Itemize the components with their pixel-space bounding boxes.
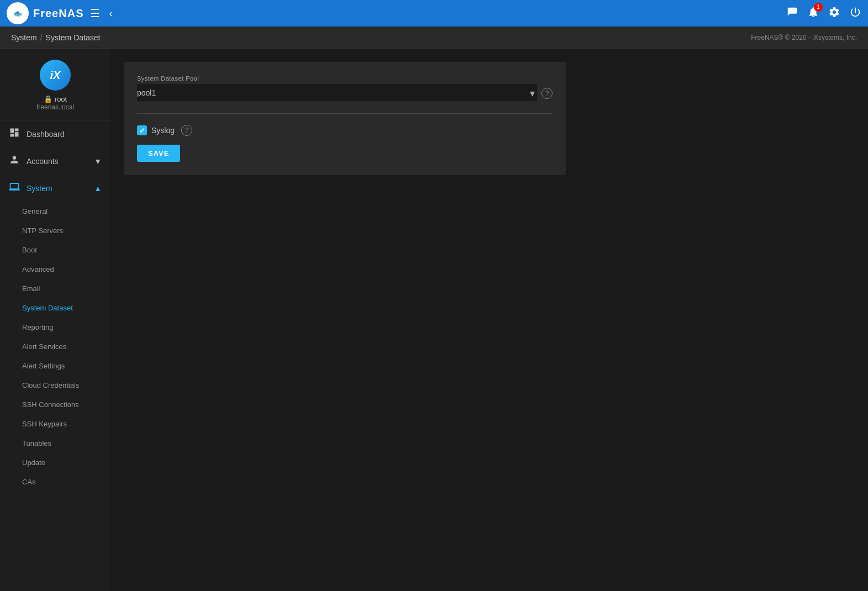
logo-fish: 🐟	[13, 9, 22, 18]
pool-label: System Dataset Pool	[137, 75, 553, 82]
form-card: System Dataset Pool pool1 ▾ ? ✓	[124, 62, 566, 175]
lock-icon: 🔒	[44, 95, 52, 103]
breadcrumb-current: System Dataset	[46, 33, 101, 42]
sidebar-subitem-cloud-credentials[interactable]: Cloud Credentials	[0, 376, 111, 395]
content-area: System Dataset Pool pool1 ▾ ? ✓	[111, 49, 868, 591]
collapse-icon[interactable]: ‹	[109, 8, 112, 19]
power-icon[interactable]	[849, 6, 861, 21]
sidebar-subitem-reporting[interactable]: Reporting	[0, 318, 111, 337]
pool-select[interactable]: pool1	[137, 84, 537, 102]
notification-badge: 1	[814, 3, 823, 12]
breadcrumb-separator: /	[40, 33, 43, 42]
sidebar-user: iX 🔒 root freenas.local	[0, 49, 111, 120]
form-divider	[137, 113, 553, 114]
sidebar-subitem-alert-settings[interactable]: Alert Settings	[0, 356, 111, 376]
sidebar-item-accounts[interactable]: Accounts ▼	[0, 147, 111, 175]
breadcrumb: System / System Dataset	[11, 33, 100, 42]
syslog-group: ✓ Syslog ?	[137, 125, 553, 136]
sidebar-item-dashboard[interactable]: Dashboard	[0, 120, 111, 147]
accounts-arrow-icon: ▼	[94, 157, 102, 166]
logo-icon: 🐟	[7, 2, 29, 24]
topbar-left: 🐟 FreeNAS ☰ ‹	[7, 2, 112, 24]
sidebar-subitem-ssh-keypairs[interactable]: SSH Keypairs	[0, 414, 111, 434]
pool-help-icon[interactable]: ?	[541, 88, 553, 99]
sidebar-subitem-tunables[interactable]: Tunables	[0, 434, 111, 453]
logo: 🐟 FreeNAS	[7, 2, 83, 24]
avatar-text: iX	[50, 69, 61, 82]
accounts-icon	[9, 154, 20, 168]
breadcrumb-parent[interactable]: System	[11, 33, 37, 42]
topbar-right: 1	[786, 6, 861, 21]
breadcrumb-bar: System / System Dataset FreeNAS® © 2020 …	[0, 27, 868, 49]
sidebar-subitem-update[interactable]: Update	[0, 453, 111, 472]
sidebar-item-system-label: System	[27, 184, 52, 193]
topbar: 🐟 FreeNAS ☰ ‹ 1	[0, 0, 868, 27]
sidebar-item-system[interactable]: System ▲	[0, 175, 111, 202]
sidebar-subitem-cas[interactable]: CAs	[0, 472, 111, 492]
save-button[interactable]: SAVE	[137, 145, 180, 162]
sidebar-subitem-boot[interactable]: Boot	[0, 240, 111, 260]
logo-text: FreeNAS	[33, 7, 83, 20]
sidebar-subitem-system-dataset[interactable]: System Dataset	[0, 298, 111, 318]
syslog-checkbox[interactable]: ✓	[137, 125, 147, 135]
sidebar-subitem-general[interactable]: General	[0, 202, 111, 221]
notification-icon[interactable]: 1	[807, 6, 819, 21]
main-layout: iX 🔒 root freenas.local Dashboard Accoun…	[0, 49, 868, 591]
pool-select-wrapper: pool1 ▾ ?	[137, 84, 553, 102]
copyright-text: FreeNAS® © 2020 - iXsystems, Inc.	[751, 34, 857, 41]
syslog-help-icon[interactable]: ?	[181, 125, 192, 136]
system-icon	[9, 181, 20, 195]
system-arrow-icon: ▲	[94, 184, 102, 193]
user-host: freenas.local	[36, 103, 74, 111]
pool-group: System Dataset Pool pool1 ▾ ?	[137, 75, 553, 102]
sidebar-subitem-ntp-servers[interactable]: NTP Servers	[0, 221, 111, 240]
sidebar: iX 🔒 root freenas.local Dashboard Accoun…	[0, 49, 111, 591]
dashboard-icon	[9, 127, 20, 141]
sidebar-subitem-alert-services[interactable]: Alert Services	[0, 337, 111, 356]
user-name: 🔒 root	[44, 95, 67, 103]
hamburger-menu-icon[interactable]: ☰	[90, 7, 100, 20]
pool-select-container: pool1 ▾	[137, 84, 537, 102]
notes-icon[interactable]	[786, 6, 798, 21]
sidebar-subitem-email[interactable]: Email	[0, 279, 111, 298]
avatar: iX	[40, 60, 71, 91]
sidebar-item-accounts-label: Accounts	[27, 157, 59, 166]
sidebar-subitem-ssh-connections[interactable]: SSH Connections	[0, 395, 111, 414]
sidebar-subitem-advanced[interactable]: Advanced	[0, 260, 111, 279]
settings-icon[interactable]	[828, 6, 840, 21]
sidebar-item-dashboard-label: Dashboard	[27, 130, 65, 139]
syslog-label: Syslog	[151, 126, 175, 135]
checkbox-check-icon: ✓	[139, 126, 145, 135]
